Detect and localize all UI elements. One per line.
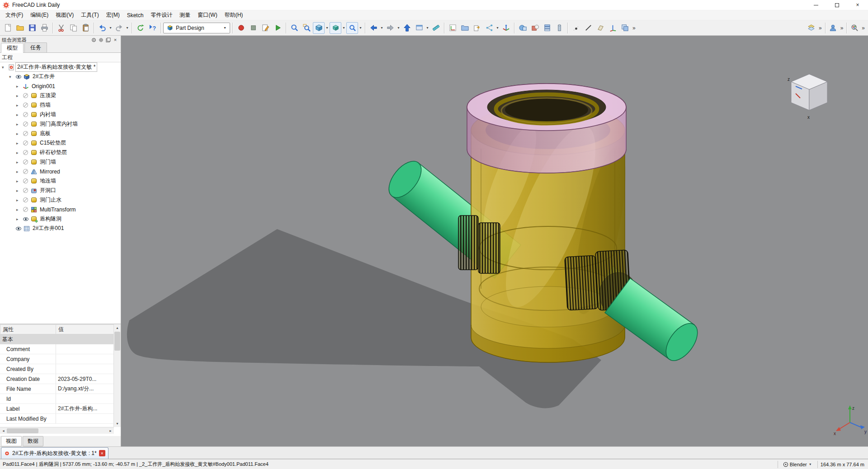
property-value[interactable] [56, 394, 114, 403]
nav-forward-button[interactable] [384, 22, 396, 34]
menu-view[interactable]: 视图(V) [52, 10, 77, 20]
segment-ring-left[interactable] [458, 216, 500, 273]
menu-sketch[interactable]: Sketch [123, 11, 147, 20]
layers-overflow[interactable]: » [817, 25, 823, 31]
minimize-button[interactable] [806, 0, 826, 10]
tree-row-body[interactable]: ▸ 碎石砂垫层 [0, 148, 121, 157]
save-button[interactable] [26, 22, 38, 34]
chevron-right-icon[interactable]: ▸ [16, 179, 22, 183]
cut-button[interactable] [55, 22, 67, 34]
document-tab[interactable]: 2#工作井-盾构始发接收-黄文敏 : 1* × [1, 447, 108, 459]
scrollbar-thumb[interactable] [7, 428, 38, 433]
chevron-right-icon[interactable]: ▸ [16, 207, 22, 212]
nav-back-dropdown[interactable]: ▾ [380, 26, 384, 30]
clone-button[interactable] [619, 22, 631, 34]
maximize-button[interactable] [826, 0, 847, 10]
draw-style-dropdown[interactable]: ▾ [342, 26, 346, 30]
tree-row-part[interactable]: ▾ 2#工作井 [0, 72, 121, 81]
local-coordinate-button[interactable] [500, 22, 512, 34]
chevron-right-icon[interactable]: ▸ [16, 103, 22, 108]
menu-measure[interactable]: 测量 [176, 10, 194, 20]
property-column-header[interactable]: 属性 [0, 324, 56, 334]
zoom-tools-button[interactable] [346, 22, 358, 34]
float-panel-icon[interactable] [104, 37, 112, 43]
chevron-down-icon[interactable]: ▾ [2, 65, 8, 70]
new-file-button[interactable] [2, 22, 14, 34]
visible-eye-icon[interactable] [15, 73, 22, 80]
capping-ring[interactable] [467, 84, 626, 173]
property-value[interactable]: D:/yang.xt/分... [56, 384, 114, 394]
chevron-right-icon[interactable]: ▸ [16, 141, 22, 145]
open-file-button[interactable] [14, 22, 26, 34]
scrollbar-thumb[interactable] [114, 332, 120, 351]
property-value[interactable] [56, 344, 114, 354]
document-tab-close[interactable]: × [99, 450, 105, 456]
scroll-left-icon[interactable]: ◄ [0, 427, 7, 434]
menu-help[interactable]: 帮助(H) [221, 10, 247, 20]
part-cut-button[interactable] [529, 22, 541, 34]
refresh-button[interactable] [134, 22, 146, 34]
zoom-tools-dropdown[interactable]: ▾ [359, 26, 363, 30]
user-overflow[interactable]: » [839, 25, 845, 31]
close-button[interactable]: × [847, 0, 868, 10]
group-button[interactable] [459, 22, 471, 34]
property-value[interactable] [56, 354, 114, 364]
property-horizontal-scrollbar[interactable]: ◄ ► [0, 427, 114, 434]
linked-view-dropdown[interactable]: ▾ [425, 26, 429, 30]
tree-row-body[interactable]: ▸ 洞门止水 [0, 195, 121, 205]
menu-window[interactable]: 窗口(W) [194, 10, 221, 20]
tree-row-body[interactable]: ▸ 地连墙 [0, 176, 121, 186]
zoom-selection-button[interactable] [301, 22, 312, 34]
chevron-right-icon[interactable]: ▸ [16, 160, 22, 164]
print-button[interactable] [38, 22, 50, 34]
copy-button[interactable] [67, 22, 79, 34]
property-group-base[interactable]: 基本 [0, 334, 114, 344]
chevron-right-icon[interactable]: ▸ [16, 131, 22, 136]
tree-row-body[interactable]: ▸ 压顶梁 [0, 91, 121, 100]
property-value[interactable] [56, 364, 114, 374]
tree-row-tunnel[interactable]: ▸ 盾构隧洞 [0, 214, 121, 224]
tree-row-body[interactable]: ▸ 底板 [0, 129, 121, 138]
macro-edit-button[interactable] [259, 22, 271, 34]
datum-cs-button[interactable] [607, 22, 618, 34]
macro-play-button[interactable] [272, 22, 283, 34]
boolean-button[interactable] [517, 22, 528, 34]
redo-button[interactable] [113, 22, 125, 34]
layers-button[interactable] [806, 22, 817, 34]
tree-row-mirrored[interactable]: ▸ Mirrored [0, 167, 121, 176]
menu-file[interactable]: 文件(F) [2, 10, 27, 20]
toolbar-overflow[interactable]: » [631, 25, 637, 31]
whats-this-button[interactable]: ? [146, 22, 158, 34]
property-vertical-scrollbar[interactable]: ▲ ▼ [113, 324, 121, 427]
chevron-right-icon[interactable]: ▸ [16, 150, 22, 155]
chevron-right-icon[interactable]: ▸ [16, 198, 22, 202]
nav-up-button[interactable] [401, 22, 413, 34]
menu-edit[interactable]: 编辑(E) [27, 10, 52, 20]
tree-row-multitransform[interactable]: ▸ MultiTransform [0, 205, 121, 214]
tab-model[interactable]: 模型 [1, 43, 24, 53]
tree-row-linked-part[interactable]: 2#工作井001 [0, 224, 121, 233]
undo-dropdown[interactable]: ▾ [108, 26, 113, 30]
property-value[interactable]: 2#工作井-盾构... [56, 404, 114, 413]
draw-style-button[interactable] [330, 22, 341, 34]
scroll-right-icon[interactable]: ► [107, 427, 114, 434]
tree-row-body[interactable]: ▸ 洞门高度内衬墙 [0, 119, 121, 129]
pillar-button[interactable] [553, 22, 565, 34]
stack-button[interactable] [541, 22, 553, 34]
tree-row-body[interactable]: ▸ C15砼垫层 [0, 138, 121, 148]
tab-view-panel[interactable]: 视图 [1, 436, 22, 446]
settings-gear-icon[interactable] [97, 37, 104, 43]
export-button[interactable] [471, 22, 483, 34]
datum-line-button[interactable] [582, 22, 594, 34]
overlay-icon[interactable] [90, 37, 97, 43]
workbench-selector[interactable]: Part Design ▾ [163, 23, 230, 33]
chevron-right-icon[interactable]: ▸ [16, 122, 22, 127]
3d-viewport[interactable]: z x z x y [121, 36, 868, 446]
macro-record-button[interactable] [235, 22, 247, 34]
appearance-button[interactable] [849, 22, 860, 34]
redo-dropdown[interactable]: ▾ [125, 26, 129, 30]
tree-row-body[interactable]: ▸ 洞门墙 [0, 157, 121, 167]
measure-button[interactable] [430, 22, 442, 34]
property-value[interactable] [56, 414, 114, 423]
linked-view-button[interactable] [413, 22, 425, 34]
